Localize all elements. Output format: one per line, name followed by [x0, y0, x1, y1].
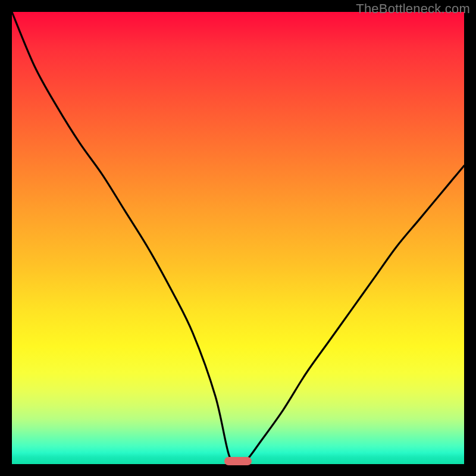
watermark-text: TheBottleneck.com [356, 1, 470, 17]
bottleneck-curve [12, 12, 464, 464]
curve-path [12, 12, 464, 464]
chart-frame: TheBottleneck.com [0, 0, 476, 476]
optimal-marker [224, 457, 252, 465]
plot-area [12, 12, 464, 464]
